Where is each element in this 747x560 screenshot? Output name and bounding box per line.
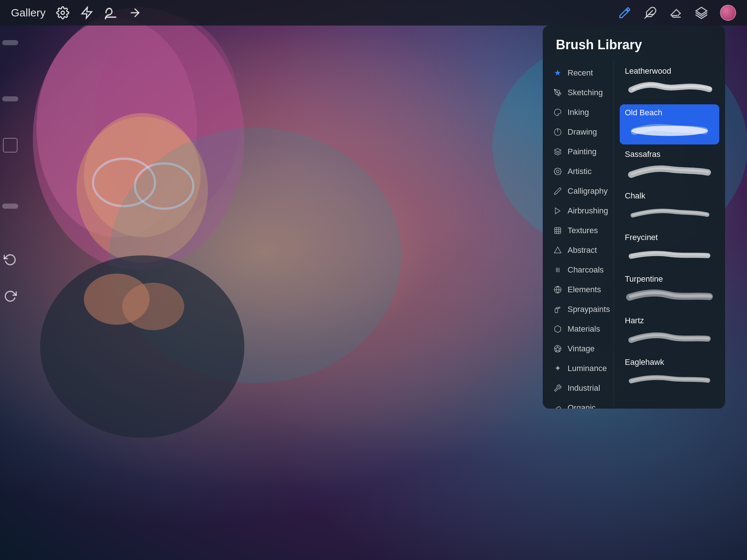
category-artistic-label: Artistic — [568, 167, 592, 176]
svg-point-20 — [556, 170, 559, 173]
pressure-slider[interactable] — [2, 204, 18, 209]
brush-library-panel: Brush Library ★ Recent Sketching Inking — [543, 26, 725, 409]
brush-leatherwood[interactable]: Leatherwood — [620, 63, 719, 103]
category-organic-label: Organic — [568, 403, 596, 409]
inking-icon — [553, 108, 562, 117]
category-abstract-label: Abstract — [568, 246, 597, 255]
organic-icon — [553, 403, 562, 409]
svg-marker-12 — [82, 7, 92, 18]
brush-freycinet[interactable]: Freycinet — [620, 229, 719, 269]
category-luminance-label: Luminance — [568, 364, 607, 373]
category-materials[interactable]: Materials — [546, 320, 611, 339]
brush-size-slider[interactable] — [2, 40, 18, 45]
brush-chalk-stroke — [620, 202, 719, 228]
left-sidebar — [0, 26, 20, 560]
smudge-tool-button[interactable] — [643, 6, 657, 20]
charcoals-icon — [553, 265, 562, 275]
category-inking-label: Inking — [568, 108, 589, 117]
layers-button[interactable] — [694, 6, 708, 20]
elements-icon — [553, 285, 562, 294]
category-sketching[interactable]: Sketching — [546, 83, 611, 102]
brush-turpentine[interactable]: Turpentine — [620, 271, 719, 311]
topbar-right — [618, 5, 736, 21]
category-calligraphy[interactable]: Calligraphy — [546, 182, 611, 201]
brush-sassafras-name: Sassafras — [620, 146, 719, 161]
brush-sassafras-stroke — [620, 161, 719, 186]
settings-button[interactable] — [56, 6, 70, 20]
svg-point-36 — [559, 307, 560, 309]
category-drawing-label: Drawing — [568, 127, 597, 137]
svg-line-25 — [555, 174, 556, 174]
svg-line-21 — [555, 169, 556, 169]
brush-library-title: Brush Library — [543, 26, 725, 60]
adjustments-button[interactable] — [80, 6, 94, 20]
materials-icon — [553, 324, 562, 334]
opacity-slider[interactable] — [2, 96, 18, 101]
painting-icon — [553, 147, 562, 157]
brush-chalk[interactable]: Chalk — [620, 188, 719, 228]
calligraphy-icon — [553, 186, 562, 196]
category-airbrushing-label: Airbrushing — [568, 206, 608, 216]
category-charcoals-label: Charcoals — [568, 265, 604, 275]
brush-eaglehawk-name: Eaglehawk — [620, 354, 719, 368]
brush-list: Leatherwood Old Beach — [614, 60, 725, 409]
brush-old-beach-stroke — [620, 119, 719, 144]
topbar-left: Gallery — [11, 6, 618, 20]
drawing-icon — [553, 127, 562, 137]
brush-sassafras[interactable]: Sassafras — [620, 146, 719, 186]
category-abstract[interactable]: Abstract — [546, 241, 611, 260]
category-organic[interactable]: Organic — [546, 398, 611, 409]
eraser-tool-button[interactable] — [669, 6, 683, 20]
category-charcoals[interactable]: Charcoals — [546, 260, 611, 279]
brush-tool-button[interactable] — [618, 6, 632, 20]
canvas-square-button[interactable] — [3, 138, 18, 152]
brush-hartz[interactable]: Hartz — [620, 312, 719, 352]
category-recent[interactable]: ★ Recent — [546, 63, 611, 82]
textures-icon — [553, 226, 562, 235]
category-industrial-label: Industrial — [568, 383, 600, 393]
luminance-icon: ✦ — [553, 364, 562, 373]
brush-size-slider-container — [2, 40, 18, 45]
category-industrial[interactable]: Industrial — [546, 379, 611, 398]
svg-line-26 — [560, 169, 560, 169]
artistic-icon — [553, 167, 562, 176]
category-list: ★ Recent Sketching Inking Drawing — [543, 60, 614, 409]
category-painting[interactable]: Painting — [546, 142, 611, 161]
topbar: Gallery — [0, 0, 747, 26]
brush-old-beach[interactable]: Old Beach — [620, 104, 719, 144]
category-inking[interactable]: Inking — [546, 103, 611, 122]
category-vintage[interactable]: Vintage — [546, 339, 611, 358]
svg-marker-38 — [555, 347, 561, 352]
svg-marker-27 — [556, 208, 560, 214]
svg-rect-35 — [555, 309, 558, 313]
category-recent-label: Recent — [568, 68, 593, 78]
brush-eaglehawk[interactable]: Eaglehawk — [620, 354, 719, 394]
category-elements-label: Elements — [568, 285, 601, 294]
category-vintage-label: Vintage — [568, 344, 595, 354]
industrial-icon — [553, 383, 562, 393]
brush-chalk-name: Chalk — [620, 188, 719, 202]
transform-button[interactable] — [128, 6, 142, 20]
brush-hartz-name: Hartz — [620, 312, 719, 327]
redo-button[interactable] — [3, 289, 18, 304]
brush-turpentine-stroke — [620, 285, 719, 311]
selection-button[interactable] — [104, 6, 118, 20]
brush-leatherwood-name: Leatherwood — [620, 63, 719, 77]
brush-freycinet-stroke — [620, 244, 719, 269]
category-drawing[interactable]: Drawing — [546, 123, 611, 142]
svg-rect-28 — [555, 228, 561, 234]
svg-point-18 — [557, 92, 558, 93]
category-airbrushing[interactable]: Airbrushing — [546, 201, 611, 220]
brush-hartz-stroke — [620, 327, 719, 352]
category-spraypaints[interactable]: Spraypaints — [546, 300, 611, 319]
category-artistic[interactable]: Artistic — [546, 162, 611, 181]
undo-button[interactable] — [3, 252, 18, 267]
color-button[interactable] — [720, 5, 736, 21]
airbrushing-icon — [553, 206, 562, 216]
category-textures[interactable]: Textures — [546, 221, 611, 240]
opacity-slider-container — [2, 96, 18, 101]
category-luminance[interactable]: ✦ Luminance — [546, 359, 611, 378]
vintage-icon — [553, 344, 562, 354]
gallery-button[interactable]: Gallery — [11, 7, 46, 19]
category-elements[interactable]: Elements — [546, 280, 611, 299]
